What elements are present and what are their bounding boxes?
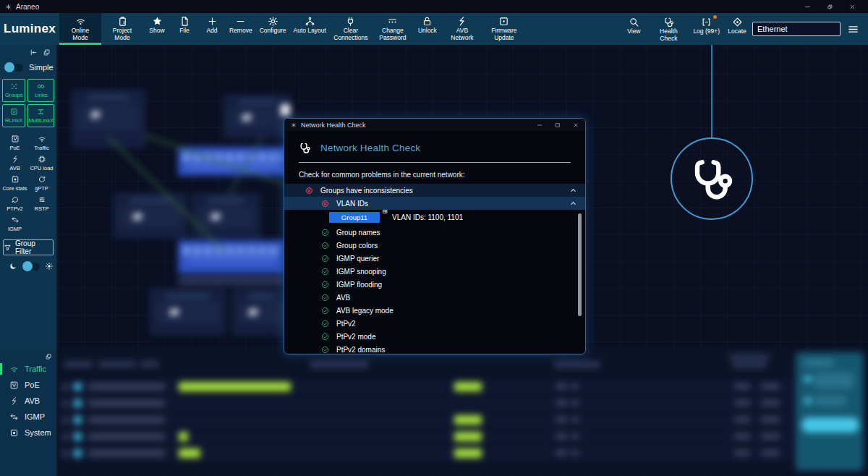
view-button-label: Links bbox=[35, 92, 48, 98]
gear-icon bbox=[268, 15, 278, 27]
table-cell-blob bbox=[571, 433, 579, 439]
popout-sidebar-icon[interactable] bbox=[43, 48, 51, 56]
tool-button-gptp[interactable]: gPTP bbox=[28, 173, 55, 193]
health-item-label: IGMP querier bbox=[336, 255, 379, 263]
toolbar-button-firmware-update[interactable]: Firmware Update bbox=[483, 13, 525, 45]
health-item-group-names[interactable]: Group names bbox=[284, 226, 585, 239]
network-interface-input[interactable] bbox=[752, 22, 841, 36]
group-chip[interactable]: Group11 bbox=[329, 212, 380, 223]
toolbar-right-group: ViewHealth CheckLog (99+)Locate bbox=[620, 13, 868, 45]
araneo-app-icon bbox=[5, 4, 12, 10]
table-cell-blob bbox=[62, 451, 68, 456]
toolbar-button-show[interactable]: Show bbox=[143, 13, 171, 45]
view-button-multilinkx[interactable]: MultiLinkX bbox=[27, 104, 54, 127]
password-icon bbox=[387, 15, 398, 27]
chevron-up-icon[interactable] bbox=[570, 200, 576, 207]
tool-button-ptpv2[interactable]: PTPv2 bbox=[1, 193, 28, 213]
stethoscope-icon bbox=[663, 16, 674, 27]
dialog-close-icon[interactable] bbox=[573, 122, 579, 128]
health-item-detail[interactable]: Group11VLAN IDs: 1100, 1101 bbox=[284, 210, 585, 224]
tool-button-avb[interactable]: AVB bbox=[1, 153, 28, 173]
dialog-titlebar[interactable]: Network Health Check bbox=[284, 119, 585, 131]
avb-icon bbox=[11, 155, 20, 163]
bottom-tab-system[interactable]: System bbox=[0, 425, 56, 441]
tool-button-rstp[interactable]: RSTP bbox=[28, 193, 55, 213]
simple-toggle[interactable] bbox=[4, 64, 23, 72]
checkcircle-icon bbox=[321, 281, 329, 289]
toolbar-button-log-99[interactable]: Log (99+) bbox=[689, 14, 723, 44]
checkcircle-icon bbox=[321, 242, 329, 250]
table-cell-blob bbox=[146, 450, 165, 456]
toolbar-button-unlock[interactable]: Unlock bbox=[414, 13, 441, 45]
toolbar-button-remove[interactable]: Remove bbox=[226, 13, 256, 45]
toolbar-button-label: Show bbox=[149, 27, 164, 35]
toolbar-button-health-check[interactable]: Health Check bbox=[647, 14, 689, 44]
toolbar-button-configure[interactable]: Configure bbox=[256, 13, 290, 45]
health-item-vlan-ids[interactable]: VLAN IDs bbox=[284, 197, 585, 210]
table-header-blob bbox=[732, 362, 767, 368]
search-icon bbox=[629, 16, 639, 27]
close-icon[interactable] bbox=[849, 4, 856, 10]
popout-panel-icon[interactable] bbox=[45, 353, 52, 360]
health-item-igmp-querier[interactable]: IGMP querier bbox=[284, 252, 585, 265]
toolbar-button-project-mode[interactable]: Project Mode bbox=[101, 13, 143, 45]
table-row-band bbox=[58, 396, 810, 411]
table-cell-blob bbox=[734, 417, 750, 422]
health-check-list: Groups have inconsistenciesVLAN IDsGroup… bbox=[284, 184, 585, 354]
minimize-icon[interactable] bbox=[804, 4, 811, 10]
health-check-circle-badge bbox=[671, 137, 753, 220]
health-item-group-colors[interactable]: Group colors bbox=[284, 239, 585, 252]
tool-button-traffic[interactable]: Traffic bbox=[28, 132, 55, 153]
toolbar-button-locate[interactable]: Locate bbox=[723, 14, 751, 44]
toolbar-button-auto-layout[interactable]: Auto Layout bbox=[290, 13, 330, 45]
tool-button-core-stats[interactable]: Core stats bbox=[1, 173, 28, 193]
view-button-groups[interactable]: Groups bbox=[2, 79, 25, 102]
table-cell-blob bbox=[571, 450, 579, 456]
unlock-icon bbox=[422, 15, 433, 27]
bottom-tab-poe[interactable]: PoE bbox=[0, 377, 56, 393]
traffic-icon bbox=[9, 365, 19, 374]
health-item-ptpv2[interactable]: PtPv2 bbox=[284, 317, 585, 330]
table-cell-blob bbox=[146, 400, 165, 407]
health-item-groups-have-inconsistencies[interactable]: Groups have inconsistencies bbox=[284, 184, 585, 197]
health-item-igmp-flooding[interactable]: IGMP flooding bbox=[284, 278, 585, 291]
tool-button-cpu-load[interactable]: CPU load bbox=[28, 153, 55, 173]
toolbar-button-avb-network[interactable]: AVB Network bbox=[441, 13, 483, 45]
chevron-up-icon[interactable] bbox=[570, 187, 576, 194]
theme-toggle[interactable] bbox=[22, 263, 40, 271]
moon-icon bbox=[9, 262, 17, 271]
toolbar-button-online-mode[interactable]: Online Mode bbox=[59, 13, 101, 45]
toolbar-button-add[interactable]: Add bbox=[198, 13, 226, 45]
health-item-avb[interactable]: AVB bbox=[284, 291, 585, 304]
restore-icon[interactable] bbox=[827, 4, 833, 10]
group-filter-button[interactable]: Group Filter bbox=[3, 239, 54, 255]
health-item-ptpv2-mode[interactable]: PtPv2 mode bbox=[284, 330, 585, 343]
table-cell-blob bbox=[761, 417, 780, 422]
view-button-rlinkx[interactable]: RLinkX bbox=[2, 104, 25, 127]
xcircle-icon bbox=[321, 200, 329, 208]
tool-button-poe[interactable]: PoE bbox=[1, 132, 28, 153]
view-button-links[interactable]: Links bbox=[27, 79, 54, 102]
toolbar-button-clear-connections[interactable]: Clear Connections bbox=[330, 13, 372, 45]
collapse-sidebar-icon[interactable] bbox=[30, 48, 38, 56]
core-icon bbox=[9, 428, 19, 438]
dialog-scrollbar-thumb[interactable] bbox=[578, 213, 582, 316]
bottom-tab-traffic[interactable]: Traffic bbox=[0, 361, 56, 377]
toolbar-button-change-password[interactable]: Change Password bbox=[372, 13, 414, 45]
dialog-minimize-icon[interactable] bbox=[537, 122, 542, 128]
toolbar-button-view[interactable]: View bbox=[620, 14, 647, 44]
bottom-tab-avb[interactable]: AVB bbox=[0, 393, 56, 409]
hamburger-menu-icon[interactable] bbox=[842, 23, 864, 35]
toolbar-button-file[interactable]: File bbox=[171, 13, 198, 45]
tool-button-igmp[interactable]: IGMP bbox=[1, 213, 28, 234]
toolbar-button-label: File bbox=[179, 27, 190, 35]
toolbar-button-label: Configure bbox=[260, 27, 286, 35]
health-item-igmp-snooping[interactable]: IGMP snooping bbox=[284, 265, 585, 278]
health-item-ptpv2-domains[interactable]: PtPv2 domains bbox=[284, 343, 585, 354]
health-item-detail-text: VLAN IDs: 1100, 1101 bbox=[392, 213, 463, 221]
health-item-avb-legacy-mode[interactable]: AVB legacy mode bbox=[284, 304, 585, 317]
blurred-panel-decor bbox=[814, 373, 854, 388]
health-item-label: PtPv2 mode bbox=[336, 333, 375, 341]
bottom-tab-igmp[interactable]: IGMP bbox=[0, 409, 56, 425]
dialog-maximize-icon[interactable] bbox=[555, 122, 561, 128]
